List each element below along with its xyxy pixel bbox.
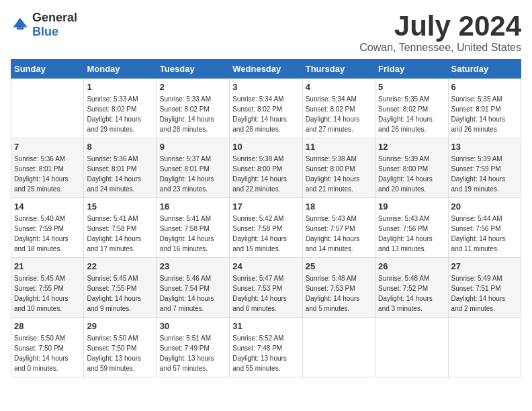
- day-info: Sunrise: 5:43 AMSunset: 7:56 PMDaylight:…: [378, 214, 445, 254]
- day-number: 4: [306, 82, 372, 92]
- day-number: 1: [87, 82, 153, 92]
- calendar-cell: 3Sunrise: 5:34 AMSunset: 8:02 PMDaylight…: [230, 79, 302, 138]
- calendar-title: July 2024: [359, 11, 521, 42]
- calendar-header: SundayMondayTuesdayWednesdayThursdayFrid…: [11, 60, 521, 79]
- header-cell-thursday: Thursday: [302, 60, 375, 79]
- day-info: Sunrise: 5:33 AMSunset: 8:02 PMDaylight:…: [160, 94, 226, 134]
- day-number: 3: [232, 82, 299, 92]
- calendar-cell: 17Sunrise: 5:42 AMSunset: 7:58 PMDayligh…: [230, 198, 302, 258]
- day-info: Sunrise: 5:39 AMSunset: 8:00 PMDaylight:…: [378, 154, 445, 194]
- day-number: 14: [14, 201, 81, 212]
- calendar-cell: [11, 79, 84, 138]
- day-info: Sunrise: 5:51 AMSunset: 7:49 PMDaylight:…: [160, 333, 226, 373]
- day-info: Sunrise: 5:40 AMSunset: 7:59 PMDaylight:…: [14, 214, 81, 254]
- day-number: 24: [232, 261, 299, 271]
- day-number: 10: [232, 142, 299, 152]
- calendar-cell: 16Sunrise: 5:41 AMSunset: 7:58 PMDayligh…: [157, 198, 229, 258]
- calendar-cell: 28Sunrise: 5:50 AMSunset: 7:50 PMDayligh…: [11, 318, 84, 377]
- day-number: 31: [232, 321, 299, 331]
- week-row: 1Sunrise: 5:33 AMSunset: 8:02 PMDaylight…: [11, 79, 521, 138]
- day-number: 8: [87, 142, 153, 152]
- calendar-cell: 12Sunrise: 5:39 AMSunset: 8:00 PMDayligh…: [375, 138, 448, 198]
- calendar-cell: 15Sunrise: 5:41 AMSunset: 7:58 PMDayligh…: [84, 198, 157, 258]
- day-info: Sunrise: 5:50 AMSunset: 7:50 PMDaylight:…: [14, 333, 81, 373]
- calendar-cell: 26Sunrise: 5:48 AMSunset: 7:52 PMDayligh…: [375, 258, 448, 318]
- logo-icon: [11, 15, 30, 34]
- day-number: 5: [378, 82, 445, 92]
- calendar-cell: 24Sunrise: 5:47 AMSunset: 7:53 PMDayligh…: [230, 258, 302, 318]
- day-info: Sunrise: 5:41 AMSunset: 7:58 PMDaylight:…: [160, 214, 226, 254]
- day-info: Sunrise: 5:48 AMSunset: 7:53 PMDaylight:…: [306, 273, 372, 314]
- day-number: 17: [232, 201, 299, 212]
- calendar-cell: 10Sunrise: 5:38 AMSunset: 8:00 PMDayligh…: [230, 138, 302, 198]
- svg-rect-1: [17, 28, 24, 30]
- calendar-cell: 6Sunrise: 5:35 AMSunset: 8:01 PMDaylight…: [448, 79, 521, 138]
- calendar-cell: [302, 318, 375, 377]
- calendar-cell: 20Sunrise: 5:44 AMSunset: 7:56 PMDayligh…: [448, 198, 521, 258]
- header-cell-saturday: Saturday: [448, 60, 521, 79]
- day-number: 21: [14, 261, 81, 271]
- day-number: 2: [160, 82, 226, 92]
- calendar-body: 1Sunrise: 5:33 AMSunset: 8:02 PMDaylight…: [11, 79, 521, 377]
- day-info: Sunrise: 5:35 AMSunset: 8:02 PMDaylight:…: [378, 94, 445, 134]
- day-number: 6: [451, 82, 518, 92]
- calendar-cell: 25Sunrise: 5:48 AMSunset: 7:53 PMDayligh…: [302, 258, 375, 318]
- calendar-cell: 31Sunrise: 5:52 AMSunset: 7:48 PMDayligh…: [230, 318, 302, 377]
- day-info: Sunrise: 5:34 AMSunset: 8:02 PMDaylight:…: [232, 94, 299, 134]
- day-info: Sunrise: 5:33 AMSunset: 8:02 PMDaylight:…: [87, 94, 153, 134]
- day-number: 13: [451, 142, 518, 152]
- calendar-cell: 1Sunrise: 5:33 AMSunset: 8:02 PMDaylight…: [84, 79, 157, 138]
- day-number: 22: [87, 261, 153, 271]
- calendar-cell: 9Sunrise: 5:37 AMSunset: 8:01 PMDaylight…: [157, 138, 229, 198]
- calendar-cell: 13Sunrise: 5:39 AMSunset: 7:59 PMDayligh…: [448, 138, 521, 198]
- title-area: July 2024 Cowan, Tennessee, United State…: [359, 11, 521, 54]
- day-info: Sunrise: 5:41 AMSunset: 7:58 PMDaylight:…: [87, 214, 153, 254]
- day-number: 20: [451, 201, 518, 212]
- day-info: Sunrise: 5:38 AMSunset: 8:00 PMDaylight:…: [306, 154, 372, 194]
- calendar-cell: 14Sunrise: 5:40 AMSunset: 7:59 PMDayligh…: [11, 198, 84, 258]
- calendar-cell: 22Sunrise: 5:45 AMSunset: 7:55 PMDayligh…: [84, 258, 157, 318]
- svg-marker-0: [13, 18, 28, 28]
- day-number: 29: [87, 321, 153, 331]
- day-info: Sunrise: 5:36 AMSunset: 8:01 PMDaylight:…: [87, 154, 153, 194]
- day-number: 7: [14, 142, 81, 152]
- week-row: 21Sunrise: 5:45 AMSunset: 7:55 PMDayligh…: [11, 258, 521, 318]
- day-info: Sunrise: 5:45 AMSunset: 7:55 PMDaylight:…: [87, 273, 153, 314]
- day-number: 30: [160, 321, 226, 331]
- header-row: SundayMondayTuesdayWednesdayThursdayFrid…: [11, 60, 521, 79]
- day-number: 12: [378, 142, 445, 152]
- calendar-cell: 23Sunrise: 5:46 AMSunset: 7:54 PMDayligh…: [157, 258, 229, 318]
- day-number: 25: [306, 261, 372, 271]
- day-number: 28: [14, 321, 81, 331]
- header-cell-tuesday: Tuesday: [157, 60, 229, 79]
- header-cell-monday: Monday: [84, 60, 157, 79]
- week-row: 14Sunrise: 5:40 AMSunset: 7:59 PMDayligh…: [11, 198, 521, 258]
- calendar-cell: [448, 318, 521, 377]
- calendar-cell: 21Sunrise: 5:45 AMSunset: 7:55 PMDayligh…: [11, 258, 84, 318]
- day-number: 16: [160, 201, 226, 212]
- day-info: Sunrise: 5:46 AMSunset: 7:54 PMDaylight:…: [160, 273, 226, 314]
- day-number: 26: [378, 261, 445, 271]
- day-number: 15: [87, 201, 153, 212]
- day-info: Sunrise: 5:38 AMSunset: 8:00 PMDaylight:…: [232, 154, 299, 194]
- day-info: Sunrise: 5:43 AMSunset: 7:57 PMDaylight:…: [306, 214, 372, 254]
- day-info: Sunrise: 5:37 AMSunset: 8:01 PMDaylight:…: [160, 154, 226, 194]
- calendar-cell: 2Sunrise: 5:33 AMSunset: 8:02 PMDaylight…: [157, 79, 229, 138]
- day-info: Sunrise: 5:52 AMSunset: 7:48 PMDaylight:…: [232, 333, 299, 373]
- day-info: Sunrise: 5:45 AMSunset: 7:55 PMDaylight:…: [14, 273, 81, 314]
- header-cell-friday: Friday: [375, 60, 448, 79]
- day-number: 9: [160, 142, 226, 152]
- calendar-cell: 30Sunrise: 5:51 AMSunset: 7:49 PMDayligh…: [157, 318, 229, 377]
- day-info: Sunrise: 5:42 AMSunset: 7:58 PMDaylight:…: [232, 214, 299, 254]
- calendar-cell: 29Sunrise: 5:50 AMSunset: 7:50 PMDayligh…: [84, 318, 157, 377]
- day-number: 18: [306, 201, 372, 212]
- day-number: 19: [378, 201, 445, 212]
- calendar-table: SundayMondayTuesdayWednesdayThursdayFrid…: [11, 59, 521, 377]
- day-number: 11: [306, 142, 372, 152]
- calendar-cell: 4Sunrise: 5:34 AMSunset: 8:02 PMDaylight…: [302, 79, 375, 138]
- day-number: 23: [160, 261, 226, 271]
- logo-text-blue: Blue: [32, 25, 58, 38]
- day-info: Sunrise: 5:34 AMSunset: 8:02 PMDaylight:…: [306, 94, 372, 134]
- day-info: Sunrise: 5:44 AMSunset: 7:56 PMDaylight:…: [451, 214, 518, 254]
- calendar-cell: 18Sunrise: 5:43 AMSunset: 7:57 PMDayligh…: [302, 198, 375, 258]
